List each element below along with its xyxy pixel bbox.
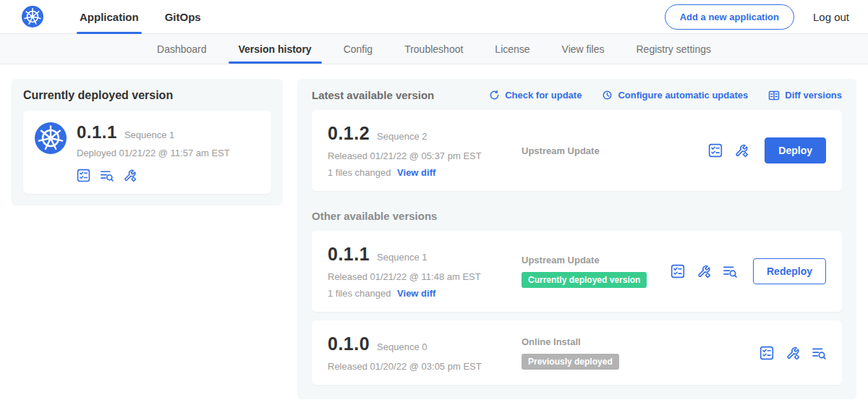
configure-automatic-updates-link[interactable]: Configure automatic updates xyxy=(602,90,748,101)
latest-available-title: Latest available version xyxy=(312,89,434,101)
tab-application[interactable]: Application xyxy=(67,0,152,34)
logout-button[interactable]: Log out xyxy=(813,11,849,23)
tab-gitops-label: GitOps xyxy=(165,11,201,23)
subnav-item-view-files[interactable]: View files xyxy=(546,34,621,64)
subnav-item-license[interactable]: License xyxy=(479,34,545,64)
version-card-0-1-2: 0.1.2 Sequence 2 Released 01/21/22 @ 05:… xyxy=(312,110,842,191)
files-changed-label: 1 files changed xyxy=(328,288,391,299)
version-source-label: Online Install xyxy=(522,336,760,347)
sequence-label: Sequence 0 xyxy=(377,341,427,352)
subnav-label: Registry settings xyxy=(637,43,711,55)
diff-versions-link[interactable]: Diff versions xyxy=(768,90,842,101)
other-versions-title: Other available versions xyxy=(312,210,842,222)
available-versions-panel: Latest available version Check for updat… xyxy=(297,79,856,399)
released-timestamp: Released 01/21/22 @ 11:48 am EST xyxy=(328,271,513,282)
navbar-right: Add a new application Log out xyxy=(665,4,849,30)
version-source-label: Upstream Update xyxy=(522,255,671,265)
kubernetes-logo-icon xyxy=(22,6,43,27)
main-content: Currently deployed version 0.1.1 Sequenc… xyxy=(0,64,868,408)
subnav-label: Config xyxy=(344,43,373,55)
subnav-label: View files xyxy=(562,43,605,55)
deployed-timestamp: Deployed 01/21/22 @ 11:57 am EST xyxy=(77,148,230,158)
version-number: 0.1.2 xyxy=(328,123,370,144)
subnav-item-dashboard[interactable]: Dashboard xyxy=(141,34,223,64)
refresh-icon xyxy=(489,90,500,101)
version-number: 0.1.1 xyxy=(328,244,370,265)
currently-deployed-badge: Currently deployed version xyxy=(522,272,647,288)
deployed-sequence-label: Sequence 1 xyxy=(124,129,174,140)
check-for-update-label: Check for update xyxy=(505,90,582,101)
subnav-label: Troubleshoot xyxy=(404,43,463,55)
app-subnav: Dashboard Version history Config Trouble… xyxy=(0,34,868,64)
add-application-button[interactable]: Add a new application xyxy=(665,4,794,30)
diff-versions-label: Diff versions xyxy=(785,90,842,101)
subnav-item-version-history[interactable]: Version history xyxy=(223,34,328,64)
version-card-0-1-0: 0.1.0 Sequence 0 Released 01/20/22 @ 03:… xyxy=(312,320,842,385)
release-notes-icon[interactable] xyxy=(708,143,723,158)
subnav-item-troubleshoot[interactable]: Troubleshoot xyxy=(388,34,479,64)
version-card-0-1-1: 0.1.1 Sequence 1 Released 01/21/22 @ 11:… xyxy=(312,231,842,312)
config-icon[interactable] xyxy=(123,169,137,182)
deployed-version-number: 0.1.1 xyxy=(77,122,117,143)
deployed-card-title: Currently deployed version xyxy=(23,89,271,102)
preflight-checks-icon[interactable] xyxy=(812,346,826,360)
app-logo-icon xyxy=(35,122,67,182)
release-notes-icon[interactable] xyxy=(671,264,685,279)
version-source-label: Upstream Update xyxy=(522,145,708,156)
clock-icon xyxy=(602,90,613,101)
subnav-item-registry-settings[interactable]: Registry settings xyxy=(621,34,727,64)
version-number: 0.1.0 xyxy=(328,333,370,354)
config-icon[interactable] xyxy=(697,264,711,279)
previously-deployed-badge: Previously deployed xyxy=(522,354,619,370)
configure-updates-label: Configure automatic updates xyxy=(618,90,748,101)
check-for-update-link[interactable]: Check for update xyxy=(489,90,582,101)
release-notes-icon[interactable] xyxy=(77,169,90,182)
released-timestamp: Released 01/20/22 @ 03:05 pm EST xyxy=(328,361,513,372)
config-icon[interactable] xyxy=(734,143,749,158)
tab-gitops[interactable]: GitOps xyxy=(152,0,214,34)
preflight-checks-icon[interactable] xyxy=(100,169,114,182)
view-diff-link[interactable]: View diff xyxy=(397,167,435,178)
files-changed-label: 1 files changed xyxy=(328,167,391,178)
deployed-version-tile: 0.1.1 Sequence 1 Deployed 01/21/22 @ 11:… xyxy=(23,111,271,194)
diff-icon xyxy=(768,90,780,101)
tab-application-label: Application xyxy=(80,11,139,23)
subnav-item-config[interactable]: Config xyxy=(328,34,388,64)
subnav-label: Version history xyxy=(239,43,312,55)
deploy-button[interactable]: Deploy xyxy=(765,137,826,163)
preflight-checks-icon[interactable] xyxy=(723,264,737,279)
release-notes-icon[interactable] xyxy=(760,346,774,360)
sequence-label: Sequence 1 xyxy=(377,252,427,263)
config-icon[interactable] xyxy=(786,346,800,360)
view-diff-link[interactable]: View diff xyxy=(397,288,435,299)
redeploy-button[interactable]: Redeploy xyxy=(753,258,826,284)
subnav-label: Dashboard xyxy=(157,43,207,55)
released-timestamp: Released 01/21/22 @ 05:37 pm EST xyxy=(328,150,513,161)
top-navbar: Application GitOps Add a new application… xyxy=(0,0,868,34)
subnav-label: License xyxy=(495,43,529,55)
currently-deployed-card: Currently deployed version 0.1.1 Sequenc… xyxy=(12,79,283,205)
sequence-label: Sequence 2 xyxy=(377,131,427,142)
